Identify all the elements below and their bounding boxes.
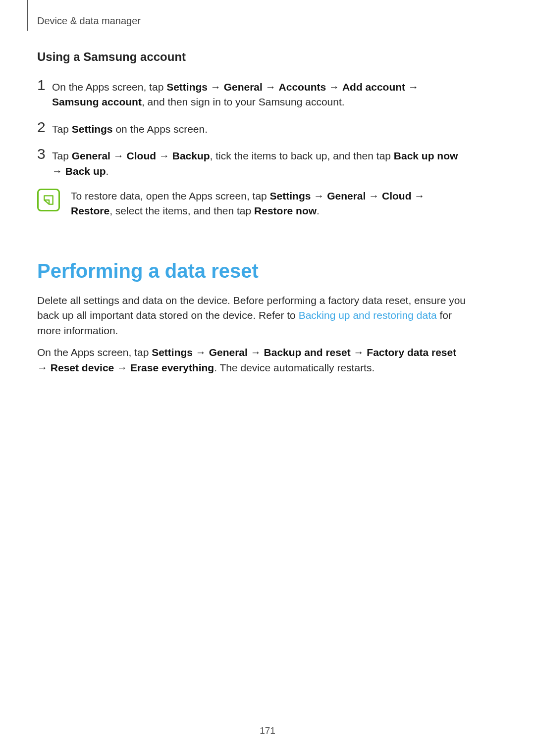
step-number: 1 <box>37 78 52 93</box>
note-icon <box>37 189 60 211</box>
step-number: 3 <box>37 147 52 161</box>
step-3: 3Tap General → Cloud → Backup, tick the … <box>37 147 468 179</box>
reset-paragraph-1: Delete all settings and data on the devi… <box>37 293 468 338</box>
step-body: Tap Settings on the Apps screen. <box>52 120 208 137</box>
link-backup-restore[interactable]: Backing up and restoring data <box>299 309 437 321</box>
step-1: 1On the Apps screen, tap Settings → Gene… <box>37 78 468 110</box>
page-number: 171 <box>0 724 535 738</box>
step-list: 1On the Apps screen, tap Settings → Gene… <box>37 78 468 179</box>
page-content: Using a Samsung account 1On the Apps scr… <box>37 49 468 382</box>
step-number: 2 <box>37 120 52 135</box>
section-heading-samsung: Using a Samsung account <box>37 49 468 66</box>
breadcrumb: Device & data manager <box>37 14 141 28</box>
step-2: 2Tap Settings on the Apps screen. <box>37 120 468 137</box>
step-body: On the Apps screen, tap Settings → Gener… <box>52 78 468 110</box>
note-row: To restore data, open the Apps screen, t… <box>37 189 468 219</box>
section-title-reset: Performing a data reset <box>37 256 468 285</box>
note-text: To restore data, open the Apps screen, t… <box>71 189 468 219</box>
step-body: Tap General → Cloud → Backup, tick the i… <box>52 147 468 179</box>
header-divider <box>27 0 28 31</box>
reset-paragraph-2: On the Apps screen, tap Settings → Gener… <box>37 345 468 375</box>
